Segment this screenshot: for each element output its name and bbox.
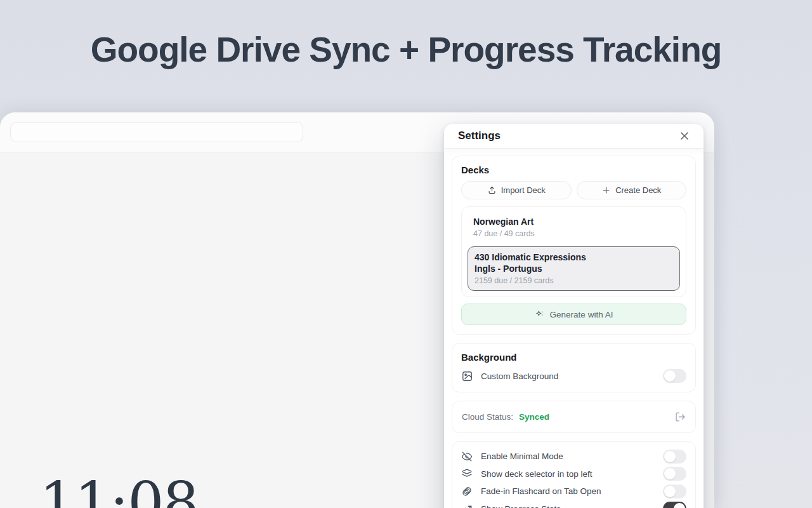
settings-panel: Settings Decks Import Deck Create Deck bbox=[444, 124, 704, 508]
minimal-mode-toggle[interactable] bbox=[663, 450, 686, 464]
decks-heading: Decks bbox=[461, 164, 686, 175]
create-deck-label: Create Deck bbox=[615, 185, 661, 195]
generate-with-ai-label: Generate with AI bbox=[550, 310, 613, 319]
custom-background-label: Custom Background bbox=[481, 371, 655, 381]
layers-icon bbox=[461, 468, 473, 479]
decks-section: Decks Import Deck Create Deck Norwegian … bbox=[452, 156, 696, 335]
deck-selector-label: Show deck selector in top left bbox=[481, 469, 655, 479]
sparkles-icon bbox=[535, 309, 545, 319]
import-deck-button[interactable]: Import Deck bbox=[461, 181, 572, 199]
overlapping-circles-icon bbox=[461, 486, 473, 497]
cloud-status-value: Synced bbox=[519, 412, 671, 422]
deck-stats: 2159 due / 2159 cards bbox=[475, 276, 673, 285]
option-row-minimal-mode: Enable Minimal Mode bbox=[461, 448, 686, 465]
toggle-knob bbox=[664, 468, 676, 479]
cloud-status-label: Cloud Status: bbox=[462, 412, 513, 422]
plus-icon bbox=[601, 185, 611, 195]
options-section: Enable Minimal Mode Show deck selector i… bbox=[452, 441, 696, 508]
deck-actions: Import Deck Create Deck bbox=[461, 181, 686, 199]
clock-block: 11:08 2 DAY STREAK 4 OF 20 CARDS TODAY bbox=[13, 473, 225, 508]
progress-stats-label: Show Progress Stats bbox=[481, 504, 655, 508]
custom-background-row: Custom Background bbox=[461, 369, 686, 383]
deck-item-selected[interactable]: 430 Idiomatic Expressions Ingls - Portug… bbox=[468, 246, 680, 291]
trending-up-icon bbox=[461, 503, 473, 508]
settings-title: Settings bbox=[458, 130, 501, 142]
close-icon bbox=[678, 130, 691, 142]
deck-name-line1: 430 Idiomatic Expressions bbox=[475, 251, 673, 263]
upload-icon bbox=[487, 185, 497, 195]
option-row-deck-selector: Show deck selector in top left bbox=[461, 465, 686, 483]
clock: 11:08 bbox=[13, 473, 225, 508]
background-heading: Background bbox=[461, 352, 686, 363]
background-section: Background Custom Background bbox=[452, 343, 696, 392]
toggle-knob bbox=[664, 451, 676, 462]
close-button[interactable] bbox=[678, 130, 691, 142]
fade-in-toggle[interactable] bbox=[663, 485, 686, 498]
deck-item[interactable]: Norwegian Art 47 due / 49 cards bbox=[468, 213, 680, 243]
cloud-status-row: Cloud Status: Synced bbox=[452, 401, 695, 432]
deck-list: Norwegian Art 47 due / 49 cards 430 Idio… bbox=[461, 206, 686, 297]
minimal-mode-label: Enable Minimal Mode bbox=[481, 451, 655, 461]
create-deck-button[interactable]: Create Deck bbox=[577, 181, 687, 199]
fade-in-label: Fade-in Flashcard on Tab Open bbox=[481, 486, 655, 496]
settings-body: Decks Import Deck Create Deck Norwegian … bbox=[444, 148, 704, 508]
custom-background-toggle[interactable] bbox=[663, 369, 686, 383]
deck-name: Norwegian Art bbox=[473, 216, 674, 227]
page: Google Drive Sync + Progress Tracking 11… bbox=[0, 0, 812, 508]
deck-selector-toggle[interactable] bbox=[663, 467, 686, 481]
progress-stats-toggle[interactable] bbox=[663, 502, 686, 508]
settings-header: Settings bbox=[444, 124, 704, 148]
deck-name-line2: Ingls - Portugus bbox=[475, 263, 673, 274]
logout-icon bbox=[675, 411, 686, 422]
eye-off-icon bbox=[461, 451, 473, 462]
sign-out-button[interactable] bbox=[675, 411, 686, 422]
search-input[interactable] bbox=[10, 122, 303, 142]
generate-with-ai-button[interactable]: Generate with AI bbox=[461, 304, 686, 325]
deck-stats: 47 due / 49 cards bbox=[473, 229, 674, 238]
cloud-status-section: Cloud Status: Synced bbox=[452, 401, 696, 433]
option-row-progress-stats: Show Progress Stats bbox=[461, 500, 686, 508]
toggle-knob bbox=[674, 503, 685, 508]
page-title: Google Drive Sync + Progress Tracking bbox=[0, 29, 812, 70]
toggle-knob bbox=[664, 486, 676, 497]
option-row-fade-in: Fade-in Flashcard on Tab Open bbox=[461, 483, 686, 500]
import-deck-label: Import Deck bbox=[501, 185, 546, 195]
image-icon bbox=[461, 370, 473, 382]
toggle-knob bbox=[664, 370, 676, 382]
